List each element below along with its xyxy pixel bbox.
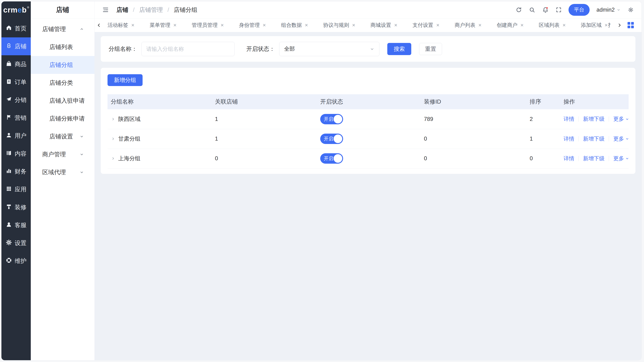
menu-item-label: 店铺分账申请	[49, 115, 85, 123]
more-link[interactable]: 更多	[613, 135, 629, 142]
reset-button[interactable]: 重置	[419, 43, 442, 55]
group-name-input[interactable]	[142, 42, 234, 56]
platform-badge[interactable]: 平台	[568, 4, 590, 16]
menu-item-shop-category[interactable]: 店铺分类	[31, 74, 94, 92]
books-icon	[6, 150, 12, 158]
close-icon[interactable]: ✕	[262, 23, 266, 28]
menu-item-label: 店铺分类	[49, 79, 73, 87]
search-icon[interactable]	[529, 6, 535, 13]
tab-activity-tag[interactable]: 活动标签✕	[103, 18, 142, 32]
breadcrumb-item[interactable]: 店铺管理	[139, 6, 163, 14]
notification-bell-icon[interactable]	[542, 6, 549, 13]
rail-item-label: 订单	[15, 78, 26, 86]
more-label: 更多	[613, 155, 624, 162]
close-icon[interactable]: ✕	[173, 23, 176, 28]
menu-group-merchant-management[interactable]: 商户管理	[31, 146, 94, 163]
tab-add-region[interactable]: 添加区域✕	[573, 18, 607, 32]
menu-item-shop-split-apply[interactable]: 店铺分账申请	[31, 110, 94, 128]
close-icon[interactable]: ✕	[604, 23, 607, 28]
rail-item-service[interactable]: 客服	[2, 216, 31, 234]
status-toggle[interactable]: 开启	[320, 153, 343, 164]
tab-merchant-list[interactable]: 商户列表✕	[447, 18, 489, 32]
detail-link[interactable]: 详情	[564, 155, 574, 162]
breadcrumb-item[interactable]: 店铺	[116, 6, 128, 14]
tab-create-merchant[interactable]: 创建商户✕	[489, 18, 531, 32]
rail-item-goods[interactable]: 商品	[2, 55, 31, 73]
tab-label: 商城设置	[370, 22, 391, 29]
menu-item-shop-group[interactable]: 店铺分组	[31, 56, 94, 74]
primary-sidebar: crmeb® 首页 店铺 商品 订单 分销	[2, 2, 31, 360]
lifebuoy-icon	[6, 257, 12, 265]
rail-item-content[interactable]: 内容	[2, 145, 31, 162]
more-link[interactable]: 更多	[613, 155, 629, 162]
rail-item-finance[interactable]: 财务	[2, 162, 31, 180]
tab-mall-settings[interactable]: 商城设置✕	[363, 18, 405, 32]
menu-item-shop-entry-apply[interactable]: 店铺入驻申请	[31, 92, 94, 110]
tab-combined-data[interactable]: 组合数据✕	[274, 18, 316, 32]
linked-shops-value: 1	[212, 109, 317, 129]
col-group-name: 分组名称	[108, 94, 212, 109]
fullscreen-icon[interactable]	[556, 7, 562, 13]
tab-layout-grid-icon[interactable]	[628, 22, 634, 28]
tab-payment-settings[interactable]: 支付设置✕	[405, 18, 447, 32]
add-sub-link[interactable]: 新增下级	[583, 135, 604, 142]
add-sub-link[interactable]: 新增下级	[583, 155, 604, 162]
status-toggle[interactable]: 开启	[320, 114, 343, 124]
user-menu[interactable]: admin2	[596, 6, 621, 13]
paper-plane-icon	[6, 96, 12, 104]
settings-gear-icon[interactable]	[628, 6, 634, 13]
rail-item-home[interactable]: 首页	[2, 20, 31, 38]
more-link[interactable]: 更多	[613, 115, 629, 123]
tab-identity-manage[interactable]: 身份管理✕	[232, 18, 274, 32]
topbar-actions: 平台 admin2	[516, 4, 634, 16]
detail-link[interactable]: 详情	[564, 135, 574, 142]
menu-group-region-agent[interactable]: 区域代理	[31, 163, 94, 181]
close-icon[interactable]: ✕	[220, 23, 224, 28]
rail-item-distribution[interactable]: 分销	[2, 91, 31, 109]
rail-item-label: 维护	[15, 257, 26, 265]
rail-item-maintenance[interactable]: 维护	[2, 252, 31, 270]
menu-item-shop-list[interactable]: 店铺列表	[31, 38, 94, 56]
close-icon[interactable]: ✕	[131, 23, 134, 28]
rail-item-decoration[interactable]: 装修	[2, 198, 31, 216]
divider	[578, 116, 579, 122]
sidebar-collapse-icon[interactable]	[102, 6, 109, 13]
status-select[interactable]: 全部	[279, 42, 380, 56]
close-icon[interactable]: ✕	[478, 23, 482, 28]
menu-group-shop-management[interactable]: 店铺管理	[31, 20, 94, 38]
divider	[609, 136, 609, 142]
refresh-icon[interactable]	[516, 6, 522, 13]
tab-admin-manage[interactable]: 管理员管理✕	[184, 18, 232, 32]
rail-item-settings[interactable]: 设置	[2, 234, 31, 252]
tab-menu-manage[interactable]: 菜单管理✕	[142, 18, 184, 32]
rail-item-label: 分销	[15, 96, 26, 104]
table-row: 上海分组 0 开启 0 0 详情 新增下级 更多	[108, 149, 628, 168]
row-expand-icon[interactable]	[111, 156, 116, 161]
row-expand-icon[interactable]	[111, 136, 116, 141]
rail-item-marketing[interactable]: 营销	[2, 109, 31, 127]
rail-item-users[interactable]: 用户	[2, 127, 31, 145]
rail-item-label: 首页	[15, 24, 26, 32]
close-icon[interactable]: ✕	[394, 23, 398, 28]
add-group-button[interactable]: 新增分组	[108, 74, 142, 86]
tabs-scroll-right-icon[interactable]	[617, 22, 622, 28]
close-icon[interactable]: ✕	[562, 23, 566, 28]
search-button[interactable]: 搜索	[387, 43, 411, 55]
row-expand-icon[interactable]	[111, 117, 116, 122]
close-icon[interactable]: ✕	[520, 23, 524, 28]
tab-protocol-rules[interactable]: 协议与规则✕	[316, 18, 363, 32]
close-icon[interactable]: ✕	[352, 23, 355, 28]
add-sub-link[interactable]: 新增下级	[583, 115, 604, 123]
close-icon[interactable]: ✕	[436, 23, 440, 28]
tab-region-list[interactable]: 区域列表✕	[531, 18, 573, 32]
status-toggle[interactable]: 开启	[320, 134, 343, 144]
close-icon[interactable]: ✕	[305, 23, 308, 28]
rail-item-shop[interactable]: 店铺	[2, 38, 31, 55]
detail-link[interactable]: 详情	[564, 115, 574, 123]
toggle-label: 开启	[324, 155, 334, 162]
rail-item-apps[interactable]: 应用	[2, 180, 31, 198]
menu-group-shop-settings[interactable]: 店铺设置	[31, 128, 94, 146]
rail-item-orders[interactable]: 订单	[2, 73, 31, 91]
tabs-scroll-left-icon[interactable]	[95, 18, 103, 32]
group-name: 陕西区域	[118, 115, 140, 123]
